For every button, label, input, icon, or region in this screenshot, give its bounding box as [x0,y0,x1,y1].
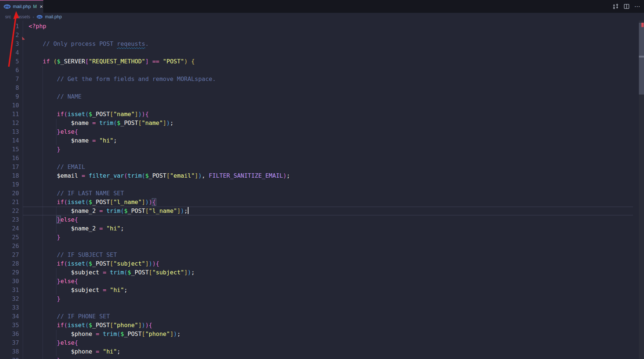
code-text: // Get the form fields and remove MORALs… [29,75,216,84]
line-number: 3 [0,40,19,48]
code-text: }else{ [29,338,78,347]
code-line[interactable]: 29 $subject = trim($_POST["subject"]); [0,268,639,277]
line-number: 16 [0,154,19,163]
tab-mail-php[interactable]: php mail.php M × [0,0,43,13]
code-line[interactable]: 27 // IF SUBJECT SET [0,251,639,259]
code-line[interactable]: 31 $subject = "hi"; [0,286,639,295]
breadcrumb-item-src[interactable]: src [5,14,11,19]
code-text: // Only process POST reqeusts. [29,40,149,48]
breadcrumb-item-assets[interactable]: assets [18,14,30,19]
code-text: // NAME [29,92,82,101]
code-line[interactable]: 19 [0,180,639,189]
line-number: 11 [0,110,19,119]
line-number: 6 [0,66,19,75]
code-line[interactable]: 33 [0,303,639,312]
line-number: 15 [0,145,19,154]
line-number: 8 [0,84,19,92]
code-text: if(isset($_POST["name"])){ [29,110,149,119]
code-line[interactable]: 4 [0,48,639,57]
editor-actions-toolbar: ⋯ [612,0,641,13]
code-line[interactable]: 35 if(isset($_POST["phone"])){ [0,321,639,330]
code-line[interactable]: 16 [0,154,639,163]
code-line[interactable]: 22 $name_2 = trim($_POST["l_name"]); [0,207,639,215]
code-line[interactable]: 21 if(isset($_POST["l_name"])){ [0,198,639,207]
code-line[interactable]: 14 $name = "hi"; [0,136,639,145]
more-actions-icon[interactable]: ⋯ [634,3,641,10]
line-number: 24 [0,224,19,233]
code-line[interactable]: 36 $phone = trim($_POST["phone"]); [0,330,639,338]
code-editor[interactable]: 1<?php23 // Only process POST reqeusts.4… [0,21,644,359]
code-text: <?php [29,22,46,31]
line-number: 37 [0,338,19,347]
line-number: 21 [0,198,19,207]
scrollbar-thumb[interactable] [639,23,644,95]
code-line[interactable]: 23 }else{ [0,215,639,224]
line-number: 35 [0,321,19,330]
code-line[interactable]: 30 }else{ [0,277,639,286]
code-line[interactable]: 24 $name_2 = "hi"; [0,224,639,233]
line-number: 33 [0,303,19,312]
code-line[interactable]: 10 [0,101,639,110]
code-line[interactable]: 11 if(isset($_POST["name"])){ [0,110,639,119]
line-number: 39 [0,356,19,359]
breadcrumb-separator: › [33,15,34,19]
line-number: 4 [0,48,19,57]
code-line[interactable]: 17 // EMAIL [0,163,639,171]
breadcrumb-separator: › [14,15,15,19]
breadcrumb-item-file[interactable]: mail.php [45,14,62,19]
code-line[interactable]: 12 $name = trim($_POST["name"]); [0,119,639,127]
code-line[interactable]: 7 // Get the form fields and remove MORA… [0,75,639,84]
code-text: }else{ [29,277,78,286]
code-line[interactable]: 9 // NAME [0,92,639,101]
php-icon: php [37,15,43,19]
line-number: 9 [0,92,19,101]
line-number: 22 [0,207,19,215]
code-text: }else{ [29,215,78,224]
vscode-editor-window: php mail.php M × ⋯ [0,0,644,359]
line-number: 13 [0,127,19,136]
code-text: } [29,233,61,242]
code-line[interactable]: 18 $email = filter_var(trim($_POST["emai… [0,171,639,180]
code-text: $subject = trim($_POST["subject"]); [29,268,195,277]
code-text: $name_2 = "hi"; [29,224,124,233]
code-line[interactable]: 37 }else{ [0,338,639,347]
php-icon: php [4,4,11,9]
code-line[interactable]: 6 [0,66,639,75]
code-line[interactable]: 3 // Only process POST reqeusts. [0,40,639,48]
split-editor-icon[interactable] [623,3,630,10]
code-text: $name_2 = trim($_POST["l_name"]); [29,207,189,215]
line-number: 30 [0,277,19,286]
code-text: }else{ [29,127,78,136]
code-line[interactable]: 5 if ($_SERVER["REQUEST_METHOD"] == "POS… [0,57,639,66]
code-line[interactable]: 28 if(isset($_POST["subject"])){ [0,259,639,268]
line-number: 12 [0,119,19,127]
code-line[interactable]: 13 }else{ [0,127,639,136]
open-changes-icon[interactable] [612,3,619,10]
line-number: 26 [0,242,19,251]
code-line[interactable]: 20 // IF LAST NAME SET [0,189,639,198]
code-line[interactable]: 2 [0,31,639,40]
line-number: 17 [0,163,19,171]
line-number: 32 [0,295,19,303]
code-line[interactable]: 34 // IF PHONE SET [0,312,639,321]
code-line[interactable]: 32 } [0,295,639,303]
code-line[interactable]: 39 } [0,356,639,359]
code-line[interactable]: 38 $phone = "hi"; [0,347,639,356]
overview-ruler-error-marker [641,23,644,27]
code-text: if ($_SERVER["REQUEST_METHOD"] == "POST"… [29,57,195,66]
code-text: if(isset($_POST["phone"])){ [29,321,152,330]
code-line[interactable]: 1<?php [0,22,639,31]
line-number: 38 [0,347,19,356]
line-number: 29 [0,268,19,277]
close-icon[interactable]: × [40,4,43,9]
breadcrumb: src › assets › php mail.php [0,13,644,21]
code-line[interactable]: 8 [0,84,639,92]
code-line[interactable]: 25 } [0,233,639,242]
code-text: $phone = "hi"; [29,347,120,356]
code-text: } [29,145,61,154]
code-line[interactable]: 26 [0,242,639,251]
scrollbar-track[interactable] [639,21,644,359]
code-text: if(isset($_POST["l_name"])){ [29,198,156,207]
code-line[interactable]: 15 } [0,145,639,154]
tab-bar: php mail.php M × ⋯ [0,0,644,13]
